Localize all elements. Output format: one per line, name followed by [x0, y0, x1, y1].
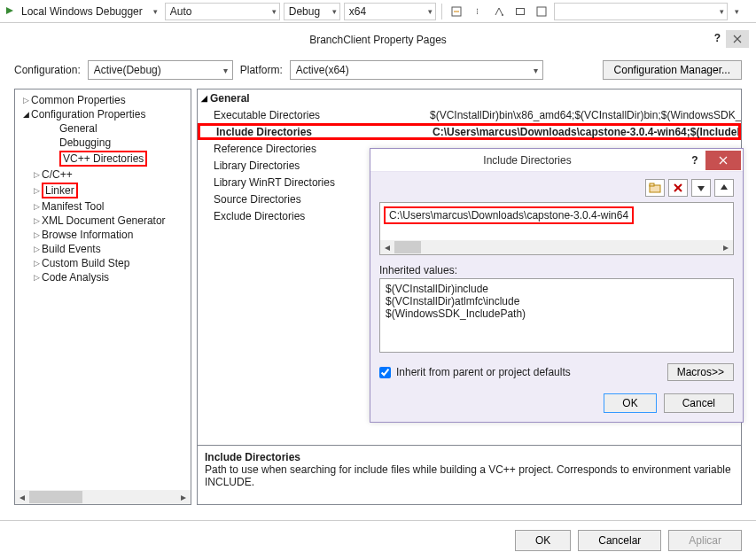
tree-item[interactable]: ▷C/C++ — [15, 167, 191, 182]
popup-hscrollbar[interactable]: ◂ ▸ — [380, 240, 733, 254]
directory-entry[interactable]: C:\Users\marcus\Downloads\capstone-3.0.4… — [384, 206, 634, 224]
dialog-button-row: OK Cancelar Aplicar — [0, 520, 756, 560]
property-key: Include Directories — [200, 126, 433, 138]
collapse-icon[interactable]: ◢ — [198, 94, 210, 103]
play-icon[interactable] — [5, 5, 14, 18]
tree-item-label: Debugging — [59, 136, 111, 149]
desc-text: Path to use when searching for include f… — [205, 463, 734, 488]
expand-icon[interactable]: ▷ — [31, 170, 42, 179]
scroll-right-icon[interactable]: ▸ — [176, 490, 191, 504]
expand-icon[interactable]: ▷ — [31, 230, 42, 239]
tree-item[interactable]: ▷Code Analysis — [15, 270, 191, 284]
move-up-button[interactable] — [714, 179, 734, 197]
inherited-value: $(WindowsSDK_IncludePath) — [386, 307, 728, 320]
ok-button[interactable]: OK — [515, 530, 571, 551]
combo-config[interactable]: Debug — [284, 3, 340, 20]
delete-button[interactable] — [668, 179, 688, 197]
tree-item[interactable]: ▷Build Events — [15, 242, 191, 256]
property-tree[interactable]: ▷Common Properties◢Configuration Propert… — [14, 89, 191, 505]
tree-item[interactable]: ▷Browse Information — [15, 228, 191, 242]
scroll-left-icon[interactable]: ◂ — [15, 490, 29, 504]
main-toolbar: Local Windows Debugger ▾ Auto Debug x64 … — [0, 0, 756, 23]
combo-empty[interactable] — [554, 3, 728, 20]
toolbar-icon-2[interactable]: ⁞ — [469, 3, 487, 20]
scroll-thumb[interactable] — [29, 491, 82, 503]
toolbar-icon-1[interactable] — [448, 3, 465, 20]
dialog-title-text: BranchClient Property Pages — [309, 34, 447, 46]
svg-rect-7 — [650, 183, 654, 186]
configuration-manager-button[interactable]: Configuration Manager... — [603, 60, 742, 80]
help-button[interactable]: ? — [714, 32, 721, 44]
svg-marker-8 — [698, 186, 705, 191]
property-value[interactable]: C:\Users\marcus\Downloads\capstone-3.0.4… — [433, 126, 738, 138]
combo-auto[interactable]: Auto — [165, 3, 280, 20]
tree-item-label: Build Events — [42, 243, 101, 255]
toolbar-overflow[interactable]: ▾ — [731, 7, 743, 16]
debugger-label[interactable]: Local Windows Debugger — [18, 5, 146, 18]
property-row[interactable]: Executable Directories$(VCInstallDir)bin… — [198, 106, 741, 123]
toolbar-icon-4[interactable] — [511, 3, 529, 20]
property-description: Include Directories Path to use when sea… — [198, 445, 741, 504]
scroll-right-icon[interactable]: ▸ — [719, 240, 733, 254]
platform-label: Platform: — [240, 64, 283, 76]
inherited-value: $(VCInstallDir)atlmfc\include — [386, 295, 728, 307]
tree-item[interactable]: Debugging — [15, 136, 191, 150]
tree-item[interactable]: ◢Configuration Properties — [15, 107, 191, 121]
combo-arch[interactable]: x64 — [344, 3, 436, 20]
tree-item[interactable]: ▷Common Properties — [15, 93, 191, 107]
svg-rect-5 — [537, 7, 546, 16]
cancel-button[interactable]: Cancelar — [578, 530, 661, 551]
scroll-left-icon[interactable]: ◂ — [380, 240, 394, 254]
popup-help-button[interactable]: ? — [684, 154, 705, 167]
inherited-values-list: $(VCInstallDir)include$(VCInstallDir)atl… — [379, 278, 734, 353]
tree-item[interactable]: ▷XML Document Generator — [15, 214, 191, 228]
tree-item[interactable]: ▷Linker — [15, 182, 191, 199]
tree-item-label: Common Properties — [31, 94, 126, 106]
macros-button[interactable]: Macros>> — [667, 363, 734, 381]
expand-icon[interactable]: ▷ — [31, 273, 42, 282]
property-key: Executable Directories — [198, 109, 430, 121]
inherited-value: $(VCInstallDir)include — [386, 283, 728, 295]
move-down-button[interactable] — [691, 179, 711, 197]
tree-item-label: Custom Build Step — [42, 257, 129, 269]
expand-icon[interactable]: ▷ — [31, 202, 42, 211]
scroll-thumb[interactable] — [394, 241, 421, 253]
popup-title-text: Include Directories — [370, 154, 684, 167]
svg-point-2 — [502, 14, 503, 16]
tree-item-label: XML Document Generator — [42, 214, 166, 227]
dialog-titlebar: BranchClient Property Pages ? — [0, 23, 756, 51]
expand-icon[interactable]: ▷ — [31, 186, 42, 195]
platform-combo[interactable]: Active(x64) — [290, 60, 543, 80]
include-directories-dialog: Include Directories ? C:\Users\marcus\Do… — [370, 148, 744, 423]
dropdown-caret[interactable]: ▾ — [150, 7, 161, 16]
tree-item[interactable]: General — [15, 121, 191, 136]
directories-list[interactable]: C:\Users\marcus\Downloads\capstone-3.0.4… — [379, 202, 734, 255]
inherit-checkbox[interactable] — [379, 367, 391, 378]
popup-titlebar: Include Directories ? — [370, 149, 743, 172]
expand-icon[interactable]: ◢ — [20, 110, 31, 119]
tree-item-label: General — [59, 122, 97, 135]
tree-item-label: Browse Information — [42, 229, 133, 241]
popup-close-button[interactable] — [705, 151, 741, 170]
tree-item-label: Code Analysis — [42, 271, 109, 284]
tree-item[interactable]: VC++ Directories — [15, 150, 191, 167]
new-folder-button[interactable] — [645, 179, 665, 197]
expand-icon[interactable]: ▷ — [31, 216, 42, 225]
configuration-combo[interactable]: Active(Debug) — [88, 60, 233, 80]
tree-item[interactable]: ▷Custom Build Step — [15, 256, 191, 270]
toolbar-icon-5[interactable] — [533, 3, 550, 20]
close-button[interactable] — [726, 30, 749, 48]
popup-cancel-button[interactable]: Cancel — [664, 393, 734, 413]
expand-icon[interactable]: ▷ — [31, 259, 42, 268]
tree-hscrollbar[interactable]: ◂ ▸ — [15, 490, 191, 504]
expand-icon[interactable]: ▷ — [31, 245, 42, 253]
property-value[interactable]: $(VCInstallDir)bin\x86_amd64;$(VCInstall… — [430, 109, 741, 121]
tree-item[interactable]: ▷Manifest Tool — [15, 199, 191, 214]
grid-section-header[interactable]: ◢ General — [198, 89, 741, 106]
toolbar-icon-3[interactable] — [490, 3, 508, 20]
expand-icon[interactable]: ▷ — [20, 96, 31, 105]
property-row[interactable]: Include DirectoriesC:\Users\marcus\Downl… — [198, 123, 741, 140]
apply-button[interactable]: Aplicar — [668, 530, 742, 551]
inherit-label: Inherit from parent or project defaults — [396, 366, 571, 378]
popup-ok-button[interactable]: OK — [604, 393, 656, 413]
